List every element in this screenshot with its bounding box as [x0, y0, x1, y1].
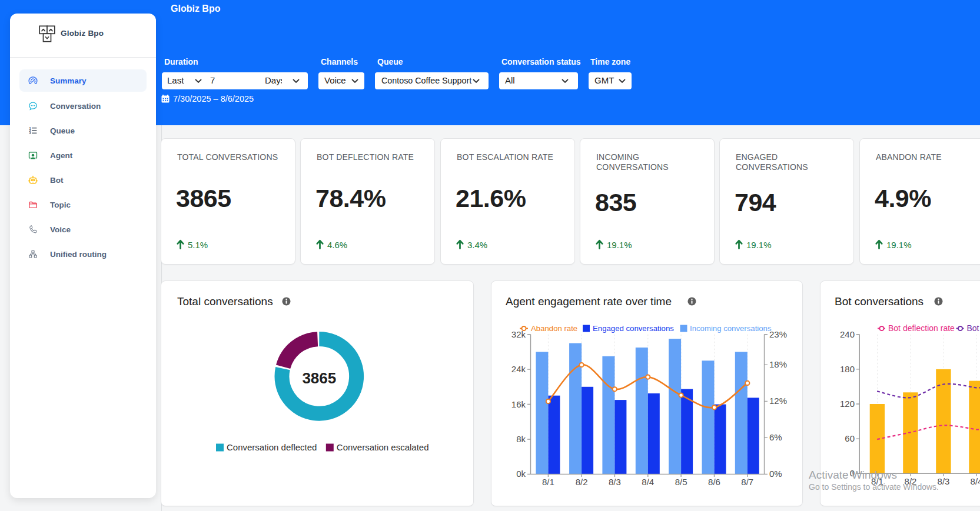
svg-text:180: 180	[840, 364, 855, 374]
svg-text:240: 240	[840, 329, 855, 339]
svg-text:120: 120	[840, 399, 855, 409]
svg-text:8/6: 8/6	[708, 477, 720, 487]
svg-text:0k: 0k	[516, 469, 526, 479]
svg-text:32k: 32k	[511, 329, 526, 339]
svg-text:0%: 0%	[769, 469, 782, 479]
svg-text:60: 60	[845, 433, 855, 443]
svg-text:8/3: 8/3	[938, 476, 950, 486]
svg-text:Bot escalation rate: Bot escalation rate	[967, 323, 980, 333]
svg-text:8/5: 8/5	[675, 477, 687, 487]
svg-text:Conversation escalated: Conversation escalated	[337, 442, 429, 452]
svg-text:3865: 3865	[302, 369, 336, 387]
svg-text:3: 3	[29, 131, 31, 135]
svg-text:12%: 12%	[769, 396, 787, 406]
svg-text:18%: 18%	[769, 359, 787, 369]
svg-text:6%: 6%	[769, 432, 782, 442]
svg-text:Incoming conversations: Incoming conversations	[690, 324, 772, 333]
svg-text:8/2: 8/2	[576, 477, 588, 487]
svg-text:8/4: 8/4	[971, 476, 980, 486]
svg-text:8k: 8k	[516, 434, 526, 444]
svg-text:8/3: 8/3	[609, 477, 621, 487]
svg-text:24k: 24k	[511, 364, 526, 374]
svg-text:23%: 23%	[769, 329, 787, 339]
svg-text:16k: 16k	[511, 399, 526, 409]
svg-text:Abandon rate: Abandon rate	[531, 324, 577, 333]
svg-text:Engaged conversations: Engaged conversations	[593, 324, 674, 333]
svg-text:8/7: 8/7	[741, 477, 753, 487]
svg-text:8/1: 8/1	[542, 477, 554, 487]
svg-text:Bot deflection rate: Bot deflection rate	[888, 323, 955, 333]
svg-text:8/4: 8/4	[642, 477, 654, 487]
svg-text:Conversation deflected: Conversation deflected	[227, 442, 317, 452]
